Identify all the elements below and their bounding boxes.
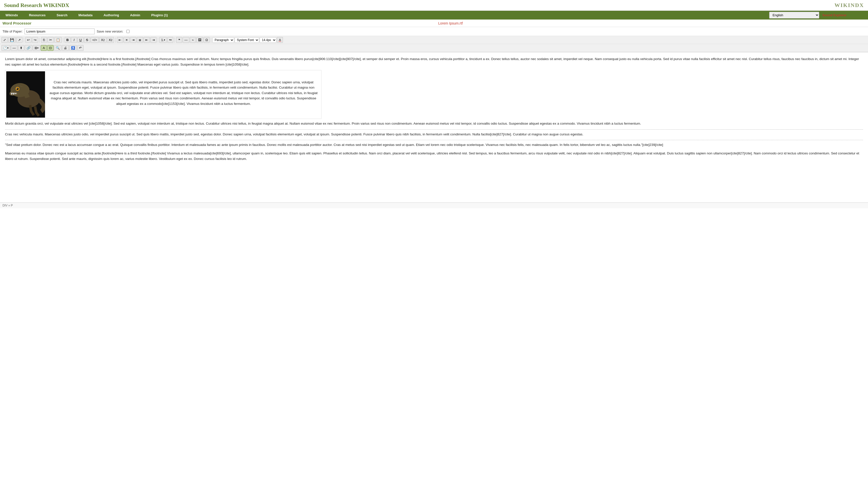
- align-center-button[interactable]: ≡: [124, 37, 130, 43]
- print-button[interactable]: 🖨: [62, 45, 69, 51]
- cut-button[interactable]: ✂: [48, 37, 54, 43]
- image-caption: Cras nec vehicula mauris. Maecenas ultri…: [48, 80, 319, 106]
- nav-item-metadata[interactable]: Metadata: [73, 11, 98, 20]
- indent-button[interactable]: ⇥: [150, 37, 157, 43]
- dinosaur-image: [6, 71, 45, 118]
- link-button[interactable]: 🔗: [25, 45, 32, 51]
- toolbar-row-1: ⤢ 💾 ↗ ↩ ↪ ⎘ ✂ 📋 B I U S </> X2 X2 ⇤ ≡ ⇥ …: [0, 36, 868, 44]
- nav-item-resources[interactable]: Resources: [24, 11, 51, 20]
- nav-bar: Wikindx Resources Search Metadata Author…: [0, 11, 868, 20]
- toolbar-area: Word Processor Lorem Ipsum.rtf Title of …: [0, 20, 868, 52]
- divider-1: [5, 129, 863, 130]
- site-title: Sound Research WIKINDX: [4, 2, 69, 8]
- sep6: [175, 37, 175, 43]
- rss-icon[interactable]: ▣: [855, 13, 858, 17]
- font-size-select[interactable]: 14.4px: [260, 37, 276, 43]
- language-select[interactable]: English: [769, 12, 819, 19]
- paragraph-5: Maecenas eu massa vitae ipsum congue sus…: [5, 151, 863, 161]
- nav-item-wikindx[interactable]: Wikindx: [0, 11, 24, 20]
- blockquote-button[interactable]: ❝: [176, 37, 182, 43]
- paragraph-4: "Sed vitae pretium dolor. Donec nec est …: [5, 142, 863, 148]
- editor-area[interactable]: Lorem ipsum dolor sit amet, consectetur …: [0, 52, 868, 203]
- code-button[interactable]: </>: [91, 37, 99, 43]
- font-select[interactable]: System Font: [235, 37, 259, 43]
- fullscreen-button[interactable]: ⤢: [1, 37, 8, 43]
- nav-item-search[interactable]: Search: [51, 11, 73, 20]
- nav-item-authoring[interactable]: Authoring: [98, 11, 125, 20]
- status-text: DIV » P: [2, 204, 13, 207]
- save-version-checkbox[interactable]: [126, 30, 130, 33]
- subscript-button[interactable]: X2: [99, 37, 106, 43]
- svg-rect-6: [6, 71, 45, 118]
- hr-button[interactable]: —: [183, 37, 189, 43]
- sep3: [63, 37, 63, 43]
- align-justify-button[interactable]: ≣: [137, 37, 143, 43]
- file-name: Lorem Ipsum.rtf: [438, 21, 463, 25]
- strikethrough-button[interactable]: S: [84, 37, 90, 43]
- search-replace-button[interactable]: 🔍: [54, 45, 62, 51]
- image-caption-cell: Cras nec vehicula mauris. Maecenas ultri…: [46, 70, 321, 119]
- rss2-icon[interactable]: ▣: [861, 13, 864, 17]
- page-title-bar: Word Processor Lorem Ipsum.rtf: [0, 20, 868, 27]
- save-version-label: Save new version:: [97, 30, 123, 33]
- toolbar-row-2: 🕐 — ⬆ 🔗 ⊞ A ⊡ 🔍 🖨 ♿ ↶: [0, 44, 868, 52]
- page-break-button[interactable]: ⌁: [190, 37, 196, 43]
- font-color-button[interactable]: A: [277, 37, 283, 43]
- header: Sound Research WIKINDX WIKINDX: [0, 0, 868, 11]
- underline-button[interactable]: U: [78, 37, 84, 43]
- table-button[interactable]: ⊞: [33, 45, 40, 51]
- image-button[interactable]: 🖼: [196, 37, 203, 43]
- paragraph-2: Morbi dictum gravida orci, vel vulputate…: [5, 121, 863, 126]
- special-char-button[interactable]: Ω: [204, 37, 210, 43]
- bold-button[interactable]: B: [65, 37, 70, 43]
- undo-history-button[interactable]: ↶: [77, 45, 84, 51]
- italic-button[interactable]: I: [71, 37, 77, 43]
- wikindx-logo: WIKINDX: [835, 2, 864, 8]
- help-icon[interactable]: ?: [849, 13, 851, 17]
- copy-button[interactable]: ⎘: [41, 37, 47, 43]
- export-button[interactable]: ↗: [16, 37, 23, 43]
- highlight-button[interactable]: A: [41, 45, 47, 51]
- unordered-list-button[interactable]: •: [167, 37, 173, 43]
- status-bar: DIV » P: [0, 203, 868, 208]
- divider-2: [5, 140, 863, 140]
- word-processor-label: Word Processor: [2, 21, 32, 25]
- accessibility-button[interactable]: ♿: [69, 45, 77, 51]
- image-cell: [5, 70, 46, 119]
- horiz-rule-button[interactable]: —: [11, 45, 18, 51]
- nav-right: English Sound Explorer ? ▣ ▣: [769, 12, 868, 19]
- upload-button[interactable]: ⬆: [18, 45, 24, 51]
- nav-item-plugins[interactable]: Plugins (1): [146, 11, 173, 20]
- paragraph-1: Lorem ipsum dolor sit amet, consectetur …: [5, 56, 863, 67]
- sep7: [211, 37, 211, 43]
- paragraph-select[interactable]: Paragraph: [212, 37, 234, 43]
- image-table: Cras nec vehicula mauris. Maecenas ultri…: [5, 70, 321, 119]
- sep4: [115, 37, 116, 43]
- ordered-list-button[interactable]: 1.: [159, 37, 167, 43]
- align-right-button[interactable]: ⇥: [130, 37, 136, 43]
- undo-button[interactable]: ↩: [25, 37, 32, 43]
- sound-explorer-link[interactable]: Sound Explorer: [822, 13, 846, 17]
- title-row: Title of Paper: Save new version:: [0, 27, 868, 36]
- title-input[interactable]: [25, 29, 95, 34]
- nav-item-admin[interactable]: Admin: [125, 11, 146, 20]
- title-label: Title of Paper:: [2, 30, 23, 33]
- superscript-button[interactable]: X2: [107, 37, 114, 43]
- redo-button[interactable]: ↪: [32, 37, 38, 43]
- paragraph-3: Cras nec vehicula mauris. Maecenas ultri…: [5, 132, 863, 137]
- outdent-button[interactable]: ⇤: [144, 37, 150, 43]
- insert-time-button[interactable]: 🕐: [1, 45, 10, 51]
- sep2: [39, 37, 40, 43]
- paste-button[interactable]: 📋: [54, 37, 62, 43]
- sep5: [158, 37, 158, 43]
- align-left-button[interactable]: ⇤: [117, 37, 123, 43]
- show-blocks-button[interactable]: ⊡: [47, 45, 54, 51]
- save-button[interactable]: 💾: [8, 37, 16, 43]
- dino-svg: [6, 71, 45, 118]
